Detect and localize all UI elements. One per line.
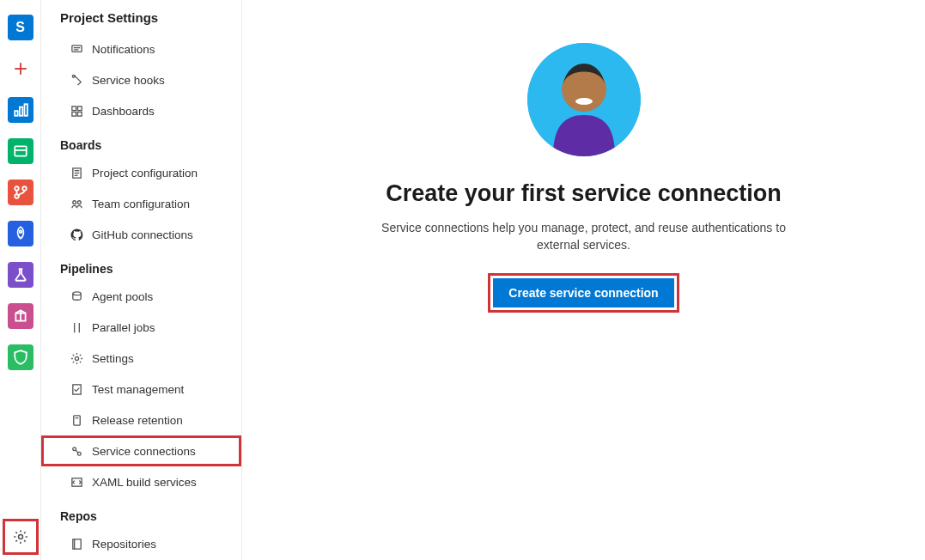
doc-icon	[70, 166, 83, 180]
nav-item-label: Dashboards	[92, 105, 155, 118]
svg-point-34	[72, 447, 76, 450]
team-icon	[70, 197, 83, 210]
settings-sidebar: Project Settings NotificationsService ho…	[41, 0, 242, 560]
svg-point-10	[19, 230, 21, 233]
nav-item-label: Repositories	[92, 538, 156, 551]
svg-rect-4	[24, 104, 27, 116]
svg-point-12	[18, 535, 22, 539]
nav-item-label: Test management	[92, 383, 184, 396]
test-plans-icon[interactable]	[8, 262, 33, 288]
nav-item-label: Service hooks	[92, 74, 165, 87]
pool-icon	[70, 289, 83, 303]
repo-icon	[70, 537, 83, 551]
svg-point-26	[77, 200, 81, 204]
retention-icon	[70, 413, 83, 427]
sidebar-groups: NotificationsService hooksDashboardsBoar…	[41, 33, 241, 559]
gear-icon	[70, 351, 83, 365]
section-title-pipelines: Pipelines	[41, 250, 241, 281]
empty-state-heading: Create your first service connection	[386, 180, 782, 207]
svg-point-35	[77, 452, 81, 455]
nav-item-label: Settings	[92, 352, 134, 365]
nav-item-github-connections[interactable]: GitHub connections	[41, 219, 241, 250]
svg-rect-18	[77, 106, 82, 110]
nav-item-label: Agent pools	[92, 290, 153, 303]
nav-item-label: Notifications	[92, 43, 155, 56]
boards-icon[interactable]	[8, 138, 33, 164]
test-icon	[70, 382, 83, 396]
nav-item-settings[interactable]: Settings	[41, 343, 241, 374]
nav-item-project-configuration[interactable]: Project configuration	[41, 157, 241, 188]
nav-item-label: Service connections	[92, 445, 196, 458]
nav-item-team-configuration[interactable]: Team configuration	[41, 188, 241, 219]
hook-icon	[70, 73, 83, 87]
svg-rect-2	[15, 111, 17, 116]
nav-item-label: XAML build services	[92, 476, 197, 489]
nav-item-label: GitHub connections	[92, 228, 193, 241]
nav-item-label: Parallel jobs	[92, 321, 155, 334]
nav-item-service-hooks[interactable]: Service hooks	[41, 64, 241, 95]
section-title-boards: Boards	[41, 126, 241, 157]
nav-item-dashboards[interactable]: Dashboards	[41, 95, 241, 126]
github-icon	[70, 228, 83, 241]
svg-point-9	[22, 186, 27, 191]
sidebar-title: Project Settings	[41, 5, 241, 33]
artifacts-icon[interactable]	[8, 303, 33, 329]
nav-item-label: Team configuration	[92, 198, 190, 210]
svg-point-25	[72, 200, 76, 204]
nav-item-label: Project configuration	[92, 167, 198, 180]
add-icon[interactable]	[8, 56, 33, 82]
parallel-icon	[70, 320, 83, 334]
empty-state-avatar	[527, 43, 641, 156]
repos-icon[interactable]	[8, 180, 33, 205]
project-settings-gear[interactable]	[3, 519, 39, 555]
avatar-illustration	[527, 43, 641, 156]
nav-item-label: Release retention	[92, 414, 183, 427]
nav-item-repositories[interactable]: Repositories	[41, 528, 241, 559]
create-service-connection-button[interactable]: Create service connection	[493, 278, 673, 307]
cta-highlight-box: Create service connection	[488, 273, 679, 313]
overview-icon[interactable]	[8, 97, 33, 123]
svg-rect-3	[19, 107, 21, 116]
svg-rect-32	[73, 415, 80, 424]
nav-item-test-management[interactable]: Test management	[41, 374, 241, 405]
nav-item-parallel-jobs[interactable]: Parallel jobs	[41, 312, 241, 343]
svg-point-7	[15, 186, 19, 191]
svg-point-16	[72, 75, 75, 77]
left-rail: S	[0, 0, 41, 560]
compliance-icon[interactable]	[8, 344, 33, 370]
svg-point-27	[72, 291, 80, 295]
nav-item-xaml-build-services[interactable]: XAML build services	[41, 466, 241, 497]
nav-item-release-retention[interactable]: Release retention	[41, 405, 241, 435]
pipelines-icon[interactable]	[8, 221, 33, 247]
message-icon	[70, 42, 83, 56]
svg-rect-5	[15, 146, 27, 155]
svg-rect-17	[71, 106, 76, 110]
svg-rect-20	[77, 112, 82, 116]
plug-icon	[70, 444, 83, 458]
svg-rect-19	[71, 112, 76, 116]
empty-state-description: Service connections help you manage, pro…	[361, 219, 807, 254]
nav-item-notifications[interactable]: Notifications	[41, 33, 241, 64]
section-title-repos: Repos	[41, 497, 241, 528]
dashboard-icon	[70, 104, 83, 118]
svg-rect-31	[72, 384, 80, 393]
nav-item-agent-pools[interactable]: Agent pools	[41, 281, 241, 312]
svg-point-30	[75, 356, 78, 360]
main-content: Create your first service connection Ser…	[242, 0, 925, 560]
svg-rect-13	[71, 45, 81, 52]
svg-point-41	[575, 98, 593, 105]
nav-item-service-connections[interactable]: Service connections	[41, 435, 241, 466]
xaml-icon	[70, 475, 83, 489]
project-tile[interactable]: S	[8, 15, 33, 40]
